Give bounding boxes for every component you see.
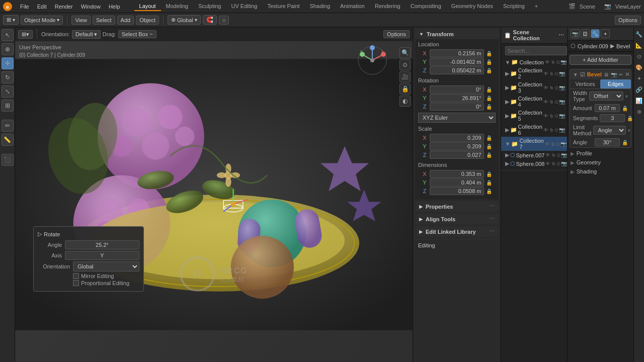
- menu-render[interactable]: Render: [51, 3, 77, 11]
- tab-sculpting[interactable]: Sculpting: [193, 2, 226, 11]
- orientation-dropdown[interactable]: Default▾: [72, 30, 101, 39]
- select-menu[interactable]: Select: [93, 16, 115, 25]
- render-mode[interactable]: ◐: [399, 96, 411, 107]
- rotate-orientation-select[interactable]: Global Local Normal: [73, 261, 139, 272]
- view-3d[interactable]: ⊙: [399, 59, 411, 70]
- angle-lock[interactable]: 🔒: [622, 140, 628, 145]
- annotate-tool[interactable]: ✏: [2, 120, 14, 132]
- dim-y-lock[interactable]: 🔒: [486, 180, 493, 186]
- select-tool[interactable]: ↖: [2, 29, 14, 41]
- tab-layout[interactable]: Layout: [134, 2, 161, 11]
- location-y[interactable]: -0.081402 m: [430, 58, 484, 66]
- dim-x[interactable]: 0.353 m: [430, 170, 484, 178]
- geometry-section[interactable]: ▶ Geometry: [568, 158, 633, 167]
- location-x-lock[interactable]: 🔒: [486, 51, 493, 56]
- tab-scripting[interactable]: Scripting: [498, 2, 530, 11]
- dim-z-lock[interactable]: 🔒: [486, 189, 493, 194]
- modifier-icon-tab[interactable]: 🔧: [591, 29, 600, 38]
- amount-lock[interactable]: 🔒: [622, 106, 628, 111]
- align-tools-header[interactable]: ▶ Align Tools ⋯: [415, 214, 499, 224]
- move-tool[interactable]: ✛: [2, 57, 14, 69]
- rotation-y[interactable]: 26.891°: [430, 94, 484, 102]
- tool-icon-6[interactable]: 🔗: [634, 84, 644, 95]
- add-menu[interactable]: Add: [117, 16, 134, 25]
- tab-uv-editing[interactable]: UV Editing: [226, 2, 262, 11]
- rotation-z-lock[interactable]: 🔒: [486, 104, 493, 110]
- tab-modeling[interactable]: Modeling: [161, 2, 194, 11]
- outliner-collection[interactable]: ▼ 📁 Collection 👁 🖱 ⊙ 📷: [501, 58, 567, 66]
- scale-tool[interactable]: ⤡: [2, 85, 14, 98]
- object-menu[interactable]: Object: [136, 16, 159, 25]
- outliner-filter-btn[interactable]: ⋯: [558, 32, 564, 39]
- proportional-edit[interactable]: ○: [219, 16, 229, 25]
- view-menu[interactable]: View: [71, 16, 91, 25]
- menu-help[interactable]: Help: [105, 3, 124, 11]
- measure-tool[interactable]: 📏: [2, 134, 14, 146]
- outliner-search-input[interactable]: [505, 46, 567, 55]
- limit-method-select[interactable]: Angle None Weight: [593, 126, 626, 135]
- tab-animation[interactable]: Animation: [335, 2, 370, 11]
- mode-select[interactable]: Object Mode▾: [21, 16, 63, 25]
- orientation-select[interactable]: ⊕Global▾: [168, 15, 201, 25]
- add-workspace-btn[interactable]: +: [530, 2, 543, 11]
- options-btn[interactable]: Options: [615, 16, 641, 25]
- angle-value[interactable]: 30°: [595, 138, 620, 146]
- segments-value[interactable]: 3: [600, 114, 625, 122]
- tab-compositing[interactable]: Compositing: [406, 2, 446, 11]
- edges-tab[interactable]: Edges: [600, 79, 631, 88]
- tab-texture-paint[interactable]: Texture Paint: [262, 2, 304, 11]
- outliner-sphere-008[interactable]: ▶ ⬡ Sphere.008 👁🖱⊙📷: [501, 159, 567, 168]
- segments-lock[interactable]: 🔒: [627, 116, 633, 121]
- tab-shading[interactable]: Shading: [305, 2, 335, 11]
- viewport[interactable]: ⊞▾ Orientation: Default▾ Drag: Select Bo…: [15, 27, 413, 362]
- tab-geometry-nodes[interactable]: Geometry Nodes: [446, 2, 498, 11]
- tool-icon-5[interactable]: ✦: [634, 73, 644, 83]
- vertices-tab[interactable]: Vertices: [570, 79, 601, 88]
- outliner-collection-2[interactable]: ▶ 📁 Collection 2 👁🖱⊙📷: [501, 66, 567, 80]
- tool-icon-7[interactable]: 📊: [634, 96, 644, 106]
- rotation-z[interactable]: 0°: [430, 103, 484, 111]
- outliner-collection-7[interactable]: ▼ 📁 Collection 7 👁🖱⊙📷: [501, 137, 567, 151]
- width-type-lock[interactable]: ▾: [625, 94, 628, 99]
- bevel-edit-icon[interactable]: ✏: [619, 72, 623, 77]
- rotation-x-lock[interactable]: 🔒: [486, 87, 493, 93]
- particles-icon-tab[interactable]: ✦: [601, 29, 610, 38]
- width-type-select[interactable]: Offset Width Depth Percent: [589, 92, 623, 101]
- rotate-tool[interactable]: ↻: [2, 71, 14, 83]
- snap-btn[interactable]: 🧲: [203, 15, 217, 25]
- outliner-collection-4[interactable]: ▶ 📁 Collection 4 👁🖱⊙📷: [501, 95, 567, 109]
- menu-edit[interactable]: Edit: [33, 3, 51, 11]
- scale-z[interactable]: 0.027: [430, 151, 484, 159]
- tool-icon-1[interactable]: 🔧: [634, 29, 644, 39]
- scene-icon-tab[interactable]: 📷: [571, 29, 580, 38]
- add-modifier-btn[interactable]: + Add Modifier: [570, 55, 631, 65]
- scale-y[interactable]: 0.209: [430, 142, 484, 150]
- menu-window[interactable]: Window: [77, 3, 105, 11]
- rotation-x[interactable]: 0°: [430, 85, 484, 94]
- location-y-lock[interactable]: 🔒: [486, 59, 493, 65]
- camera-view[interactable]: 🎥: [399, 71, 411, 82]
- outliner-collection-5[interactable]: ▶ 📁 Collection 5 👁🖱⊙📷: [501, 109, 567, 123]
- props-header[interactable]: ▶ Properties ⋯: [415, 201, 499, 212]
- tab-rendering[interactable]: Rendering: [370, 2, 406, 11]
- options-btn2[interactable]: Options: [383, 30, 410, 38]
- lock-view[interactable]: 🔒: [399, 83, 411, 95]
- location-x[interactable]: 0.2156 m: [430, 49, 484, 57]
- cursor-tool[interactable]: ⊕: [2, 43, 14, 55]
- drag-mode[interactable]: Select Box ~: [118, 30, 156, 38]
- rotate-axis-input[interactable]: [65, 251, 139, 260]
- outliner-collection-3[interactable]: ▶ 📁 Collection 3 👁🖱⊙📷: [501, 80, 567, 95]
- tool-icon-3[interactable]: ⊙: [634, 51, 644, 61]
- transform-header[interactable]: ▼ Transform: [415, 29, 499, 39]
- euler-mode-select[interactable]: XYZ Euler: [418, 113, 496, 123]
- outliner-collection-6[interactable]: ▶ 📁 Collection 6 👁🖱⊙📷: [501, 123, 567, 137]
- bevel-remove-btn[interactable]: ✕: [625, 71, 630, 78]
- scale-x-lock[interactable]: 🔒: [486, 135, 493, 141]
- tool-icon-8[interactable]: ⊕: [634, 107, 644, 117]
- edit-linked-library-header[interactable]: ▶ Edit Linked Library ⋯: [415, 226, 499, 237]
- mirror-editing-checkbox[interactable]: [73, 273, 79, 279]
- dim-x-lock[interactable]: 🔒: [486, 171, 493, 177]
- menu-file[interactable]: File: [16, 3, 33, 11]
- scale-z-lock[interactable]: 🔒: [486, 152, 493, 158]
- rotate-angle-input[interactable]: [65, 240, 139, 249]
